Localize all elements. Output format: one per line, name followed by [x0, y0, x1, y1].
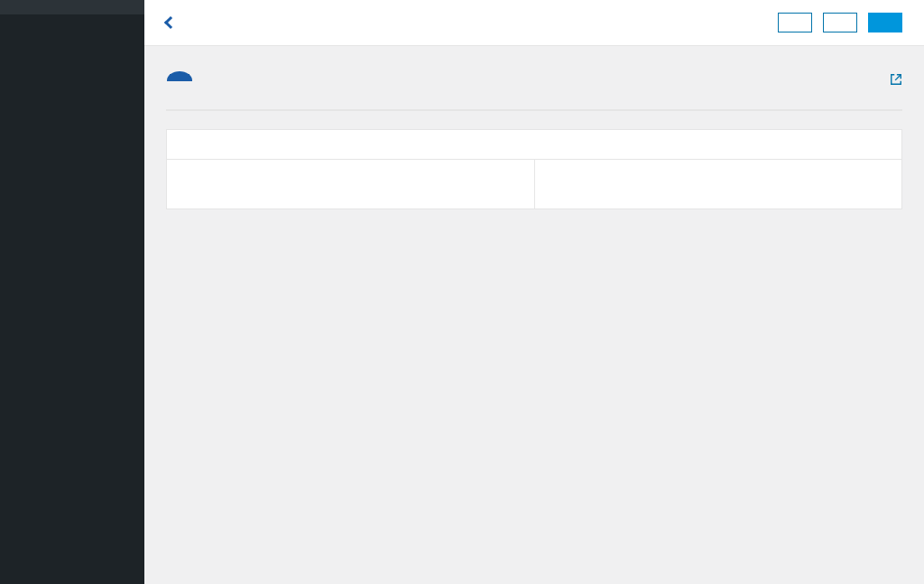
cancel-changes-button[interactable]	[823, 13, 857, 32]
wordfence-icon	[166, 70, 193, 91]
learn-more-firewall-link[interactable]	[884, 73, 902, 88]
status-cards-row	[166, 109, 902, 111]
svg-rect-4	[188, 74, 189, 80]
waf-status-column	[167, 160, 535, 209]
external-link-icon	[890, 73, 902, 88]
wordfence-submenu	[0, 0, 144, 14]
panel-header	[167, 130, 901, 160]
svg-rect-3	[183, 72, 185, 80]
topbar	[144, 0, 924, 46]
topbar-actions	[778, 13, 902, 32]
svg-rect-0	[170, 74, 171, 80]
page-header	[166, 70, 902, 91]
restore-defaults-button[interactable]	[778, 13, 812, 32]
svg-rect-1	[174, 72, 176, 80]
svg-rect-2	[179, 71, 180, 80]
main-content	[144, 0, 924, 584]
chevron-left-icon	[164, 16, 177, 29]
save-changes-button[interactable]	[868, 13, 902, 32]
basic-firewall-panel	[166, 129, 902, 209]
back-to-firewall-link[interactable]	[166, 18, 184, 27]
admin-sidebar	[0, 0, 144, 584]
protection-level-column	[535, 160, 902, 209]
